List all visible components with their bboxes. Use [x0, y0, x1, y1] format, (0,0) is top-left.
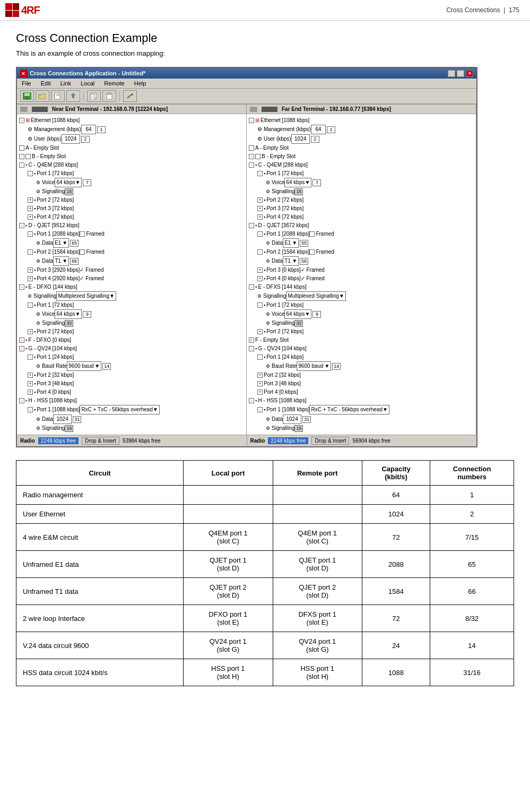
far-port1-c-expand[interactable]: -	[257, 171, 263, 176]
near-mgmt-value[interactable]: 64	[81, 125, 96, 134]
near-baud-dropdown[interactable]: 9600 baud▼	[67, 361, 101, 371]
far-port4-g-expand[interactable]: +	[257, 390, 263, 395]
near-slot-c-expand[interactable]: -	[19, 162, 24, 168]
page-header: 4RF Cross Connections | 175	[0, 0, 530, 21]
far-hss-overhead-dropdown[interactable]: RxC + TxC - 56kbps overhead▼	[309, 405, 389, 414]
near-slot-e-expand[interactable]: -	[19, 284, 24, 290]
near-voice-e-dropdown[interactable]: 64 kbps▼	[55, 309, 82, 319]
near-port1-c-row: - ▪ Port 1 [72 kbps]	[19, 169, 244, 178]
far-voice-e-dropdown[interactable]: 64 kbps▼	[284, 309, 311, 319]
maximize-button[interactable]: □	[457, 70, 464, 77]
near-slot-b-check[interactable]	[25, 154, 31, 159]
close-button[interactable]: ✕	[466, 70, 473, 77]
near-port3-c-expand[interactable]: +	[28, 206, 33, 211]
far-slot-h-expand[interactable]: -	[249, 398, 254, 403]
far-slot-c-expand[interactable]: -	[249, 162, 254, 168]
far-port2-c-expand[interactable]: +	[257, 197, 263, 203]
near-hss-data-value[interactable]: 1024	[53, 414, 72, 424]
toolbar-new[interactable]	[51, 90, 65, 102]
near-port2-d-expand[interactable]: -	[28, 249, 33, 255]
menu-edit[interactable]: Edit	[39, 80, 53, 87]
near-hss-overhead-dropdown[interactable]: RxC + TxC - 56kbps overhead▼	[80, 405, 160, 414]
near-data-d1-dropdown[interactable]: E1▼	[53, 238, 69, 248]
toolbar-save[interactable]	[20, 90, 34, 102]
near-port1-c-expand[interactable]: -	[28, 171, 33, 176]
menu-help[interactable]: Help	[133, 80, 148, 87]
menu-local[interactable]: Local	[79, 80, 96, 87]
far-slot-f-check[interactable]: ✓	[249, 338, 254, 343]
near-slot-h-expand[interactable]: -	[19, 398, 24, 403]
far-port2-d-expand[interactable]: -	[257, 249, 263, 255]
far-drop-insert-button[interactable]: Drop & Insert	[311, 437, 349, 445]
menu-link[interactable]: Link	[59, 80, 73, 87]
far-port1-d-expand[interactable]: -	[257, 231, 263, 237]
far-slot-d-expand[interactable]: -	[249, 223, 254, 228]
far-slot-g-expand[interactable]: -	[249, 346, 254, 351]
near-data-d2-dropdown[interactable]: T1▼	[53, 256, 69, 266]
toolbar-open[interactable]	[36, 90, 49, 102]
far-hss-data-value[interactable]: 1024	[283, 414, 301, 424]
menu-remote[interactable]: Remote	[102, 80, 126, 87]
near-port1-g-expand[interactable]: -	[28, 355, 33, 360]
far-port4-c-expand[interactable]: +	[257, 214, 263, 220]
near-slot-b-label: B - Empty Slot	[32, 152, 66, 161]
near-port1-d-expand[interactable]: -	[28, 231, 33, 237]
near-port4-c-expand[interactable]: +	[28, 214, 33, 220]
near-port3-g-expand[interactable]: +	[28, 381, 33, 386]
near-slot-g-expand[interactable]: -	[19, 346, 24, 351]
near-slot-d-expand[interactable]: -	[19, 223, 24, 228]
near-port4-d-expand[interactable]: +	[28, 276, 33, 281]
near-port3-d-expand[interactable]: +	[28, 267, 33, 273]
near-port2-e-expand[interactable]: +	[28, 329, 33, 334]
near-slot-b-expand[interactable]: -	[19, 154, 24, 159]
near-drop-insert-button[interactable]: Drop & Insert	[82, 437, 119, 445]
near-framed1-check[interactable]	[80, 231, 85, 237]
toolbar-edit[interactable]	[123, 90, 137, 102]
toolbar-copy[interactable]	[87, 90, 101, 102]
far-port3-c-expand[interactable]: +	[257, 206, 263, 211]
near-voice-dropdown[interactable]: 64 kbps▼	[55, 178, 82, 187]
toolbar-upload[interactable]	[66, 90, 80, 102]
far-port3-d-expand[interactable]: +	[257, 267, 263, 273]
far-port1-h-expand[interactable]: -	[257, 407, 263, 412]
far-port2-e-expand[interactable]: +	[257, 329, 263, 334]
far-data-d1-dropdown[interactable]: E1▼	[283, 238, 299, 248]
window-controls[interactable]: _ □ ✕	[448, 70, 473, 77]
near-framed2-check[interactable]	[80, 249, 85, 255]
far-port1-g-expand[interactable]: -	[257, 355, 263, 360]
far-port1-e-expand[interactable]: -	[257, 303, 263, 308]
near-port1-h-row: - ▪ Port 1 [1088 kbps] RxC + TxC - 56kbp…	[19, 405, 244, 414]
near-port4-g-expand[interactable]: +	[28, 390, 33, 395]
far-framed1-check[interactable]	[309, 231, 315, 237]
far-mgmt-value[interactable]: 64	[311, 125, 326, 134]
near-port1-h-expand[interactable]: -	[28, 407, 33, 412]
menu-file[interactable]: File	[20, 80, 33, 87]
toolbar-paste[interactable]	[102, 90, 116, 102]
far-user-value[interactable]: 1024	[291, 134, 310, 144]
near-slot-a-check[interactable]	[19, 145, 24, 151]
table-cell-row0-col4: 1	[430, 486, 514, 505]
far-baud-dropdown[interactable]: 9600 baud▼	[297, 361, 331, 371]
table-cell-row1-col1	[184, 505, 273, 524]
far-slot-b-expand[interactable]: -	[249, 154, 254, 159]
near-user-value[interactable]: 1024	[62, 134, 80, 144]
near-port2-c-expand[interactable]: +	[28, 197, 33, 203]
far-sig-e-dropdown[interactable]: Multiplexed Signalling▼	[286, 291, 346, 301]
far-port3-g-expand[interactable]: +	[257, 381, 263, 386]
far-framed2-check[interactable]	[309, 249, 315, 255]
far-port2-g-expand[interactable]: +	[257, 373, 263, 378]
far-slot-e-expand[interactable]: -	[249, 284, 254, 290]
minimize-button[interactable]: _	[448, 70, 455, 77]
near-sig-e-dropdown[interactable]: Multiplexed Signalling▼	[56, 291, 116, 301]
far-data-d2-dropdown[interactable]: T1▼	[283, 256, 299, 266]
near-port2-g-expand[interactable]: +	[28, 373, 33, 378]
far-slot-b-check[interactable]	[255, 154, 260, 159]
near-port1-e-expand[interactable]: -	[28, 303, 33, 308]
far-port4-d-expand[interactable]: +	[257, 276, 263, 281]
far-slot-a-check[interactable]	[249, 145, 254, 151]
near-ethernet-expand[interactable]: -	[19, 118, 24, 123]
far-ethernet-expand[interactable]: -	[249, 118, 254, 123]
far-voice-dropdown[interactable]: 64 kbps▼	[284, 178, 311, 187]
near-slot-f-expand[interactable]: -	[19, 338, 24, 343]
near-port3-c-row: + ▪ Port 3 [72 kbps]	[19, 204, 244, 213]
